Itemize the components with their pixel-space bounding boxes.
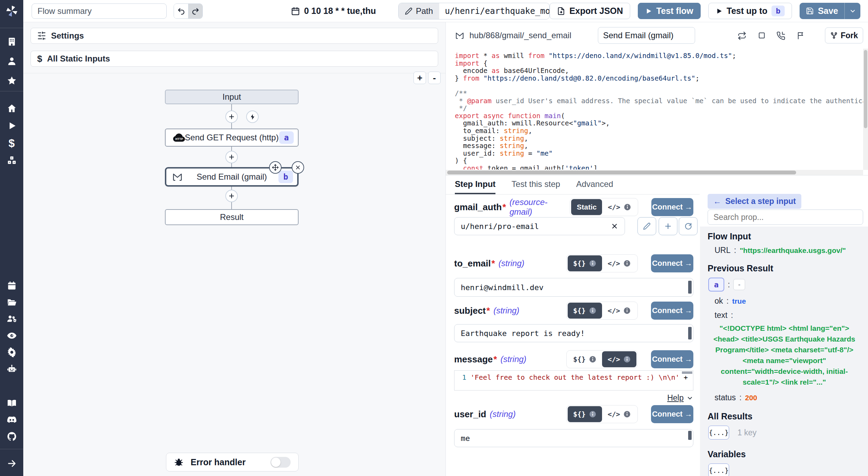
gmail-icon bbox=[172, 171, 183, 182]
text-row[interactable]: text : bbox=[708, 311, 860, 320]
result-a-badge[interactable]: a bbox=[708, 278, 724, 292]
add-step-button[interactable] bbox=[225, 110, 238, 123]
edit-resource-button[interactable] bbox=[637, 217, 656, 235]
add-step-button[interactable] bbox=[225, 151, 238, 163]
connect-button[interactable]: Connect → bbox=[651, 198, 693, 216]
colon: : bbox=[726, 296, 728, 306]
delete-node-button[interactable] bbox=[292, 161, 304, 174]
mode-javascript[interactable]: </> bbox=[602, 351, 636, 367]
mode-template[interactable]: ${} bbox=[568, 255, 602, 271]
save-button[interactable]: Save bbox=[800, 3, 844, 19]
phone-incoming-icon bbox=[776, 31, 785, 40]
call-button[interactable] bbox=[776, 31, 785, 40]
add-trigger-button[interactable] bbox=[246, 110, 259, 123]
all-static-inputs-button[interactable]: $ All Static Inputs bbox=[31, 51, 438, 67]
mode-static[interactable]: Static bbox=[571, 199, 602, 215]
scrollbar-thumb[interactable] bbox=[447, 171, 796, 174]
add-resource-button[interactable] bbox=[659, 217, 677, 235]
flow-summary-input[interactable] bbox=[32, 3, 167, 19]
fork-button[interactable]: Fork bbox=[825, 27, 863, 43]
tab-advanced[interactable]: Advanced bbox=[576, 175, 613, 194]
gmail-auth-input[interactable]: u/henri/pro-email bbox=[454, 217, 625, 235]
path-edit-button[interactable]: Path bbox=[399, 3, 439, 19]
scrollbar-thumb[interactable] bbox=[864, 50, 867, 128]
redo-button[interactable] bbox=[188, 4, 202, 18]
audit-eye-icon[interactable] bbox=[0, 328, 23, 343]
connect-button[interactable]: Connect → bbox=[651, 350, 693, 368]
mode-template[interactable]: ${} bbox=[568, 406, 602, 422]
favorites-star-icon[interactable] bbox=[0, 73, 23, 88]
box-button[interactable] bbox=[758, 31, 766, 40]
node-badge-a: a bbox=[279, 131, 294, 144]
mode-javascript[interactable]: </> bbox=[602, 303, 636, 319]
status-row[interactable]: status : 200 bbox=[708, 393, 860, 402]
move-node-button[interactable] bbox=[269, 161, 282, 174]
mode-template[interactable]: ${} bbox=[568, 303, 602, 319]
tab-test-this-step[interactable]: Test this step bbox=[511, 175, 560, 194]
to-email-input[interactable]: henri@windmill.dev bbox=[454, 278, 693, 297]
zoom-in-button[interactable]: + bbox=[414, 72, 426, 84]
node-input[interactable]: Input bbox=[165, 90, 299, 104]
error-handler-toggle[interactable] bbox=[270, 457, 291, 468]
discord-icon[interactable] bbox=[0, 412, 23, 427]
step-name-input[interactable] bbox=[598, 27, 695, 44]
ok-row[interactable]: ok : true bbox=[708, 296, 860, 306]
node-badge-b: b bbox=[278, 171, 293, 183]
undo-button[interactable] bbox=[174, 4, 188, 18]
path-chip[interactable]: Path u/henri/earthquake_monitorin bbox=[398, 3, 550, 19]
select-step-input-button[interactable]: ← Select a step input bbox=[708, 194, 801, 209]
chevron-down-icon bbox=[686, 395, 693, 402]
export-json-button[interactable]: Export JSON bbox=[550, 3, 630, 19]
flow-settings-button[interactable]: Settings bbox=[31, 28, 438, 44]
add-step-button[interactable] bbox=[225, 190, 238, 202]
github-icon[interactable] bbox=[0, 429, 23, 444]
save-menu-button[interactable] bbox=[844, 3, 860, 19]
connect-button[interactable]: Connect → bbox=[651, 254, 693, 272]
refresh-resource-button[interactable] bbox=[679, 217, 698, 235]
test-up-to-button[interactable]: Test up to b bbox=[708, 3, 792, 19]
user-id-input[interactable]: me bbox=[454, 429, 693, 447]
tab-step-input[interactable]: Step Input bbox=[455, 175, 495, 194]
all-results-object-chip[interactable]: {...} bbox=[708, 426, 729, 440]
home-icon[interactable] bbox=[0, 101, 23, 116]
prop-search-input[interactable] bbox=[708, 210, 863, 225]
workspace-building-icon[interactable] bbox=[0, 34, 23, 49]
mode-javascript[interactable]: </> bbox=[602, 199, 636, 215]
variables-dollar-icon[interactable]: $ bbox=[0, 136, 23, 151]
docs-book-icon[interactable] bbox=[0, 395, 23, 411]
folders-icon[interactable] bbox=[0, 295, 23, 310]
windmill-logo-icon[interactable] bbox=[0, 3, 23, 19]
node-result[interactable]: Result bbox=[165, 209, 299, 225]
collapse-button[interactable]: - bbox=[733, 279, 745, 290]
clear-resource-button[interactable] bbox=[611, 222, 618, 230]
runs-play-icon[interactable] bbox=[0, 118, 23, 133]
mode-javascript[interactable]: </> bbox=[602, 255, 636, 271]
subject-input[interactable]: Earthquake report is ready! bbox=[454, 324, 693, 342]
message-code-editor[interactable]: 1 'Feel free to check out the latest rep… bbox=[454, 370, 693, 391]
schedules-calendar-icon[interactable] bbox=[0, 278, 23, 293]
connect-button[interactable]: Connect → bbox=[651, 405, 693, 423]
connect-button[interactable]: Connect → bbox=[651, 302, 693, 320]
resources-boxes-icon[interactable] bbox=[0, 153, 23, 168]
workers-robot-icon[interactable] bbox=[0, 361, 23, 377]
fork-label: Fork bbox=[841, 31, 858, 40]
node-send-get-request[interactable]: HTTP Send GET Request (http) a bbox=[165, 129, 299, 147]
zoom-out-button[interactable]: - bbox=[428, 72, 441, 84]
mode-template[interactable]: ${} bbox=[568, 351, 602, 367]
groups-users-settings-icon[interactable] bbox=[0, 311, 23, 327]
variables-object-chip[interactable]: {...} bbox=[708, 463, 729, 476]
cron-schedule[interactable]: 0 10 18 * * tue,thu bbox=[291, 6, 376, 16]
collapse-arrow-right-icon[interactable] bbox=[0, 456, 23, 471]
settings-gear-icon[interactable] bbox=[0, 345, 23, 360]
info-icon bbox=[589, 260, 596, 267]
flag-button[interactable] bbox=[796, 31, 805, 40]
user-icon[interactable] bbox=[0, 54, 23, 69]
bug-icon bbox=[174, 457, 184, 467]
flow-input-url-row[interactable]: URL : "https://earthquake.usgs.gov/" bbox=[708, 246, 860, 255]
test-flow-button[interactable]: Test flow bbox=[638, 3, 700, 19]
help-link[interactable]: Help bbox=[667, 393, 684, 403]
code-editor[interactable]: import * as wmill from "https://deno.lan… bbox=[446, 49, 863, 170]
swap-step-button[interactable] bbox=[737, 31, 746, 40]
info-icon bbox=[624, 203, 631, 211]
mode-javascript[interactable]: </> bbox=[602, 406, 636, 422]
